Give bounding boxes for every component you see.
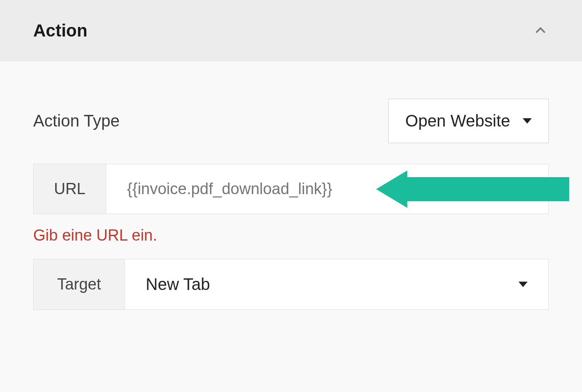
action-type-value: Open Website	[405, 112, 510, 130]
target-label: Target	[34, 259, 125, 309]
action-type-label: Action Type	[33, 112, 120, 130]
chevron-up-icon	[532, 22, 549, 39]
url-input-group: URL	[33, 164, 549, 214]
url-label: URL	[34, 164, 106, 214]
panel-body: Action Type Open Website URL Gib eine UR…	[0, 61, 582, 347]
action-type-select[interactable]: Open Website	[388, 99, 549, 143]
accordion-header[interactable]: Action	[0, 0, 582, 61]
accordion-title: Action	[33, 21, 88, 41]
caret-down-icon	[518, 282, 528, 287]
target-input-group: Target New Tab	[33, 259, 549, 310]
action-type-row: Action Type Open Website	[33, 99, 549, 143]
target-select[interactable]: New Tab	[125, 259, 548, 309]
caret-down-icon	[523, 118, 532, 124]
url-error-message: Gib eine URL ein.	[33, 226, 549, 244]
url-input[interactable]	[106, 164, 548, 214]
target-value: New Tab	[146, 275, 210, 294]
